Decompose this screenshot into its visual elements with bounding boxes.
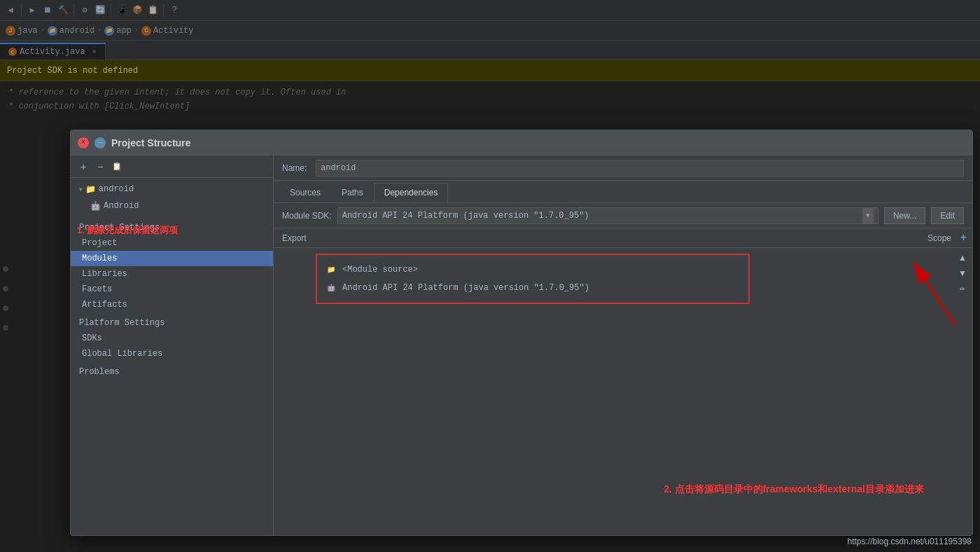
- dep-row-module-source[interactable]: 📁 <Module source>: [323, 261, 743, 279]
- dialog-body: + − 📋 ▼ 📁 android 🤖 Android Project Sett…: [71, 156, 972, 535]
- dep-row-android-api[interactable]: 🤖 Android API 24 Platform (java version …: [323, 279, 743, 297]
- tree-arrow-icon: ▼: [79, 186, 83, 193]
- nav-artifacts[interactable]: Artifacts: [71, 297, 273, 312]
- sdk-dropdown-arrow-icon: ▼: [862, 207, 874, 224]
- dialog-titlebar: × — Project Structure: [71, 130, 972, 156]
- nav-facets[interactable]: Facets: [71, 282, 273, 297]
- nav-sdks[interactable]: SDKs: [71, 331, 273, 346]
- dep-header: Export Scope +: [274, 228, 972, 248]
- add-item-button[interactable]: +: [76, 160, 90, 174]
- annotation-2: 2. 点击将源码目录中的frameworks和external目录添加进来: [664, 483, 924, 496]
- dep-scope-label: Scope: [927, 233, 951, 243]
- dialog-minimize-button[interactable]: —: [94, 137, 106, 149]
- copy-item-button[interactable]: 📋: [110, 160, 124, 174]
- folder-tree-icon: 📁: [85, 184, 96, 195]
- name-input[interactable]: [316, 160, 964, 177]
- tree-item-android-label: android: [99, 184, 134, 194]
- sdk-dropdown-value: Android API 24 Platform (java version "1…: [342, 211, 589, 221]
- nav-global-libraries[interactable]: Global Libraries: [71, 346, 273, 361]
- tab-paths[interactable]: Paths: [331, 183, 374, 202]
- nav-modules[interactable]: Modules: [71, 251, 273, 266]
- left-panel-toolbar: + − 📋: [71, 156, 273, 178]
- left-panel: + − 📋 ▼ 📁 android 🤖 Android Project Sett…: [71, 156, 274, 535]
- tree-item-android[interactable]: ▼ 📁 android: [71, 181, 273, 198]
- platform-settings-section: Platform Settings: [71, 312, 273, 331]
- sdk-new-button[interactable]: New...: [884, 207, 925, 224]
- dep-android-icon: 🤖: [326, 282, 337, 294]
- tab-dependencies[interactable]: Dependencies: [374, 183, 449, 202]
- tree-item-android-child-label: Android: [104, 201, 139, 211]
- footer-url: https://blog.csdn.net/u011195398: [848, 537, 972, 546]
- dep-folder-icon: 📁: [326, 264, 337, 275]
- sdk-edit-button[interactable]: Edit: [931, 207, 964, 224]
- annotation-1: 1. 删除完成后保留这两项: [77, 224, 178, 237]
- config-tabs-row: Sources Paths Dependencies: [274, 181, 972, 203]
- red-arrow-annotation: [899, 249, 969, 333]
- svg-line-1: [913, 263, 955, 326]
- module-tree: ▼ 📁 android 🤖 Android: [71, 178, 273, 217]
- remove-item-button[interactable]: −: [93, 160, 107, 174]
- dep-export-label: Export: [282, 233, 307, 243]
- right-panel: Name: Sources Paths Dependencies Module …: [274, 156, 972, 535]
- dep-add-button[interactable]: +: [960, 232, 967, 244]
- android-tree-icon: 🤖: [90, 201, 101, 212]
- dialog-title: Project Structure: [111, 137, 191, 149]
- project-structure-dialog: × — Project Structure + − 📋 ▼ 📁 android …: [70, 130, 973, 536]
- dialog-close-button[interactable]: ×: [78, 137, 89, 149]
- sdk-dropdown[interactable]: Android API 24 Platform (java version "1…: [337, 207, 878, 224]
- dep-android-api-label: Android API 24 Platform (java version "1…: [342, 283, 589, 293]
- tree-item-android-child[interactable]: 🤖 Android: [71, 198, 273, 214]
- sdk-row: Module SDK: Android API 24 Platform (jav…: [274, 203, 972, 228]
- sdk-label: Module SDK:: [282, 211, 332, 221]
- dep-module-source-label: <Module source>: [342, 265, 418, 275]
- dep-highlight-box: 📁 <Module source> 🤖 Android API 24 Platf…: [316, 254, 750, 304]
- nav-libraries[interactable]: Libraries: [71, 266, 273, 282]
- problems-section: Problems: [71, 361, 273, 380]
- nav-project[interactable]: Project: [71, 235, 273, 251]
- name-label: Name:: [282, 163, 310, 173]
- name-row: Name:: [274, 156, 972, 181]
- tab-sources[interactable]: Sources: [279, 183, 331, 202]
